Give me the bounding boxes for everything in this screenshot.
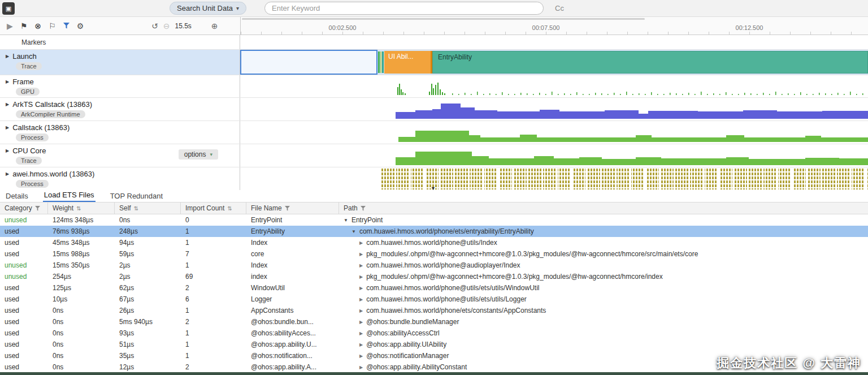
settings-gear-icon[interactable]: ⚙ <box>77 22 84 30</box>
track-arkts-callstack[interactable]: ▶ ArkTS Callstack (13863) ArkCompiler Ru… <box>0 98 868 121</box>
sort-icon[interactable]: ⇅ <box>134 205 138 212</box>
track-frame[interactable]: ▶ Frame GPU <box>0 75 868 98</box>
expand-arrow-icon[interactable]: ▶ <box>6 148 9 153</box>
timeline-scroll-thumb[interactable] <box>242 18 645 20</box>
reset-time-icon[interactable]: ↺ <box>151 21 158 31</box>
filter-icon[interactable] <box>361 206 366 211</box>
tree-toggle-icon[interactable]: ▼ <box>351 229 356 234</box>
sort-icon[interactable]: ⇅ <box>76 205 81 212</box>
cell-self: 2µs <box>115 261 181 269</box>
cell-category: used <box>0 329 48 337</box>
cell-path: ▶@ohos:bundle.bundleManager <box>339 318 868 326</box>
track-name-label: ArkTS Callstack (13863) <box>12 100 92 109</box>
launch-phase-sliver[interactable] <box>378 51 380 73</box>
tree-toggle-icon[interactable]: ▶ <box>359 297 363 302</box>
column-header-weight[interactable]: Weight ⇅ <box>48 202 115 214</box>
table-row[interactable]: unused15ms 350µs2µs1Index▶com.huawei.hmo… <box>0 260 868 271</box>
cpu-options-dropdown[interactable]: options ▾ <box>179 149 218 160</box>
tree-toggle-icon[interactable]: ▼ <box>344 218 348 223</box>
filter-icon[interactable] <box>35 206 40 211</box>
tree-toggle-icon[interactable]: ▶ <box>359 320 363 325</box>
expand-arrow-icon[interactable]: ▶ <box>6 171 9 176</box>
profiler-window: ▣ Search Unit Data ▾ Cc ▶ ⚑ ⊗ ⚐ ⚙ ↺ ⊖ 15… <box>0 0 868 375</box>
expand-arrow-icon[interactable]: ▶ <box>6 79 9 84</box>
table-row[interactable]: used15ms 988µs59µs7core▶pkg_modules/.ohp… <box>0 248 868 260</box>
search-unit-dropdown[interactable]: Search Unit Data ▾ <box>170 2 246 15</box>
cell-category: unused <box>0 216 48 224</box>
expand-arrow-icon[interactable]: ▶ <box>6 125 9 130</box>
tree-toggle-icon[interactable]: ▶ <box>359 342 363 347</box>
column-header-import-count[interactable]: Import Count ⇅ <box>181 202 246 214</box>
timeline-ruler[interactable]: 00:02.500 00:07.500 00:12.500 <box>240 17 868 35</box>
tree-toggle-icon[interactable]: ▶ <box>359 274 363 279</box>
search-unit-label: Search Unit Data <box>177 4 233 12</box>
table-row[interactable]: used10µs67µs6Logger▶com.huawei.hmos.worl… <box>0 294 868 305</box>
bottom-edge-strip <box>0 372 868 375</box>
arkts-chart <box>240 98 868 120</box>
cell-weight: 45ms 348µs <box>48 239 115 247</box>
launch-phase-sliver[interactable] <box>382 51 384 73</box>
column-header-category[interactable]: Category <box>0 202 48 214</box>
launch-phase-sliver[interactable] <box>380 51 381 73</box>
cell-path: ▶com.huawei.hmos.world/phone@utils/ets/u… <box>339 284 868 292</box>
table-row[interactable]: used0ns5ms 940µs2@ohos:bundle.bun...▶@oh… <box>0 316 868 327</box>
tree-toggle-icon[interactable]: ▶ <box>359 252 363 257</box>
table-row[interactable]: used0ns26µs1AppConstants▶com.huawei.hmos… <box>0 305 868 316</box>
details-panel: Details Load ETS Files TOP Redundant Cat… <box>0 190 868 375</box>
expand-arrow-icon[interactable]: ▶ <box>6 54 9 59</box>
table-row[interactable]: unused254µs2µs69index▶pkg_modules/.ohpm/… <box>0 271 868 282</box>
cell-path: ▶pkg_modules/.ohpm/@hw-agconnect+hmcore@… <box>339 273 868 281</box>
expand-arrow-icon[interactable]: ▶ <box>6 102 9 107</box>
filter-icon[interactable] <box>285 206 290 211</box>
tree-toggle-icon[interactable]: ▶ <box>359 365 363 370</box>
marker-list-icon[interactable]: ⚐ <box>49 22 56 30</box>
track-badge: Trace <box>16 157 42 165</box>
track-callstack[interactable]: ▶ Callstack (13863) Process <box>0 121 868 144</box>
track-cpu-core[interactable]: ▶ CPU Core Trace options ▾ <box>0 144 868 167</box>
tab-load-ets-files[interactable]: Load ETS Files <box>43 189 96 202</box>
cell-weight: 0ns <box>48 329 115 337</box>
table-row[interactable]: used0ns93µs1@ohos:abilityAcces...▶@ohos:… <box>0 327 868 339</box>
session-icon[interactable]: ▣ <box>2 2 15 15</box>
timeline-selection-region[interactable] <box>240 50 377 75</box>
cell-import-count: 2 <box>181 318 246 326</box>
track-launch[interactable]: ▶ Launch Trace UI Abil... EntryAbility <box>0 50 868 75</box>
cell-import-count: 1 <box>181 340 246 348</box>
table-row[interactable]: used125µs62µs2WindowUtil▶com.huawei.hmos… <box>0 282 868 294</box>
tab-details[interactable]: Details <box>5 191 29 202</box>
flag-icon[interactable]: ⚑ <box>20 22 28 30</box>
play-icon[interactable]: ▶ <box>7 22 13 30</box>
panel-collapse-handle[interactable]: ▼ <box>431 186 436 191</box>
cell-weight: 124ms 348µs <box>48 216 115 224</box>
cell-self: 94µs <box>115 239 181 247</box>
cell-category: used <box>0 340 48 348</box>
tab-top-redundant[interactable]: TOP Redundant <box>109 191 164 202</box>
cell-path: ▶pkg_modules/.ohpm/@hw-agconnect+hmcore@… <box>339 250 868 258</box>
sort-icon[interactable]: ⇅ <box>227 205 232 212</box>
table-row[interactable]: used45ms 348µs94µs1Index▶com.huawei.hmos… <box>0 237 868 248</box>
tree-toggle-icon[interactable]: ▶ <box>359 308 363 313</box>
cell-category: used <box>0 307 48 314</box>
column-header-self[interactable]: Self ⇅ <box>115 202 181 214</box>
tree-toggle-icon[interactable]: ▶ <box>359 263 363 268</box>
tree-toggle-icon[interactable]: ▶ <box>359 240 363 245</box>
chevron-down-icon: ▾ <box>210 152 212 157</box>
tree-toggle-icon[interactable]: ▶ <box>359 331 363 336</box>
match-case-toggle[interactable]: Cc <box>555 4 564 12</box>
column-header-path[interactable]: Path <box>339 202 868 214</box>
zoom-out-icon[interactable]: ⊖ <box>163 21 170 31</box>
stop-record-icon[interactable]: ⊗ <box>34 22 41 30</box>
keyword-input[interactable] <box>264 2 544 15</box>
filter-icon[interactable] <box>63 23 70 29</box>
column-header-file-name[interactable]: File Name <box>246 202 339 214</box>
ui-ability-span[interactable]: UI Abil... <box>384 51 432 74</box>
zoom-in-icon[interactable]: ⊕ <box>211 21 218 31</box>
tree-toggle-icon[interactable]: ▶ <box>359 286 363 291</box>
cell-file-name: @ohos:bundle.bun... <box>246 318 339 326</box>
table-row[interactable]: used0ns51µs1@ohos:app.ability.U...▶@ohos… <box>0 339 868 350</box>
tree-toggle-icon[interactable]: ▶ <box>359 354 363 359</box>
profiler-toolbar: ▶ ⚑ ⊗ ⚐ ⚙ ↺ ⊖ 15.5s ⊕ 00:02.500 00:07.50… <box>0 17 868 35</box>
entry-ability-span[interactable]: EntryAbility <box>432 51 868 74</box>
table-row[interactable]: unused124ms 348µs0ns0EntryPoint▼EntryPoi… <box>0 214 868 226</box>
table-row[interactable]: used76ms 938µs248µs1EntryAbility▼com.hua… <box>0 226 868 237</box>
